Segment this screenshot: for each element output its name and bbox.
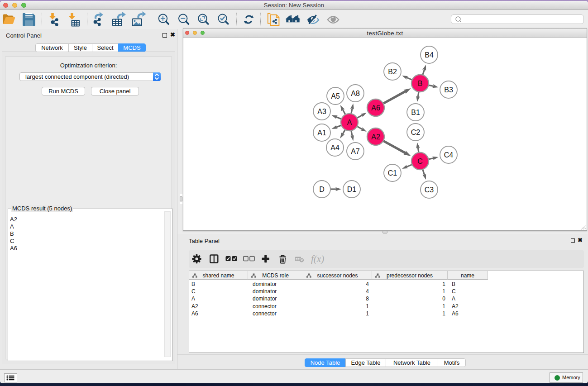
svg-text:A4: A4 (330, 144, 339, 152)
svg-text:D: D (319, 186, 325, 193)
svg-text:A: A (347, 119, 352, 126)
svg-text:C1: C1 (388, 169, 397, 177)
svg-text:C: C (417, 157, 423, 165)
svg-text:A5: A5 (331, 92, 340, 100)
svg-text:C2: C2 (411, 129, 421, 136)
svg-text:A3: A3 (317, 108, 326, 115)
svg-text:C3: C3 (425, 186, 434, 194)
svg-text:D1: D1 (347, 186, 357, 193)
svg-text:B2: B2 (388, 68, 397, 76)
svg-text:C4: C4 (444, 151, 454, 159)
svg-text:A1: A1 (317, 129, 326, 137)
svg-text:B4: B4 (425, 51, 434, 59)
svg-text:A6: A6 (371, 104, 380, 112)
svg-text:B1: B1 (411, 109, 420, 116)
svg-text:A8: A8 (351, 90, 360, 97)
svg-text:A2: A2 (371, 133, 380, 141)
svg-text:B: B (418, 80, 423, 87)
svg-text:f(x): f(x) (311, 253, 324, 264)
svg-text:B3: B3 (444, 86, 453, 94)
svg-text:A7: A7 (351, 148, 360, 155)
